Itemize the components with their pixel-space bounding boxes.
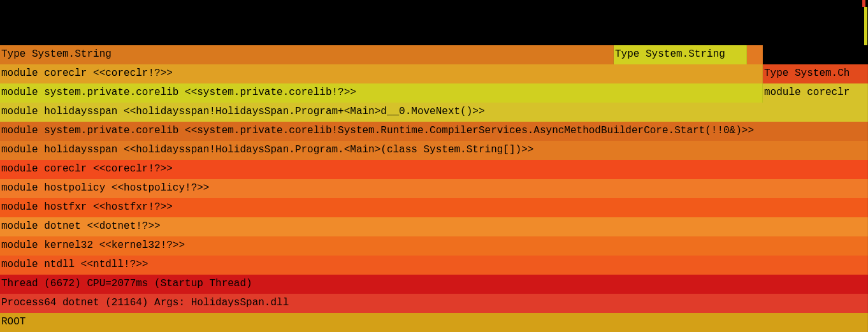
frame-label: Thread (6672) CPU=2077ms (Startup Thread… <box>1 278 252 289</box>
frame-label: Type System.Ch <box>764 68 850 79</box>
frame-dotnet[interactable]: module dotnet <<dotnet!?>> <box>0 217 868 236</box>
frame-root[interactable]: ROOT <box>0 313 868 332</box>
frame-label: module hostfxr <<hostfxr!?>> <box>1 201 173 213</box>
frame-label: ROOT <box>1 316 25 328</box>
frame-label: module coreclr <box>764 87 850 98</box>
frame-top3[interactable] <box>864 26 867 45</box>
frame-label: module coreclr <<coreclr!?>> <box>1 68 173 79</box>
frame-hostfxr[interactable]: module hostfxr <<hostfxr!?>> <box>0 198 868 217</box>
flame-graph: ROOTProcess64 dotnet (21164) Args: Holid… <box>0 0 868 332</box>
frame-label: module holidaysspan <<holidaysspan!Holid… <box>1 144 533 155</box>
frame-label: module kernel32 <<kernel32!?>> <box>1 240 185 251</box>
frame-proc[interactable]: Process64 dotnet (21164) Args: HolidaysS… <box>0 294 868 313</box>
frame-ntdll[interactable]: module ntdll <<ntdll!?>> <box>0 256 868 275</box>
frame-tss1[interactable]: Type System.String <box>0 45 614 64</box>
frame-hostpol[interactable]: module hostpolicy <<hostpolicy!?>> <box>0 179 868 198</box>
frame-top1[interactable] <box>862 0 865 7</box>
frame-tss2[interactable]: Type System.String <box>614 45 747 64</box>
frame-coreclr1[interactable]: module coreclr <<coreclr!?>> <box>0 160 868 179</box>
frame-hsmain[interactable]: module holidaysspan <<holidaysspan!Holid… <box>0 141 868 160</box>
frame-label: module hostpolicy <<hostpolicy!?>> <box>1 182 209 194</box>
frame-label: Type System.String <box>615 48 725 60</box>
frame-typech[interactable]: Type System.Ch <box>763 64 868 83</box>
frame-label: module ntdll <<ntdll!?>> <box>1 259 148 270</box>
frame-label: Process64 dotnet (21164) Args: HolidaysS… <box>1 297 289 308</box>
frame-label: module dotnet <<dotnet!?>> <box>1 220 161 232</box>
frame-label: module holidaysspan <<holidaysspan!Holid… <box>1 106 485 117</box>
frame-coreclr3[interactable]: module coreclr <<coreclr!?>> <box>0 64 763 83</box>
frame-label: module system.private.corelib <<system.p… <box>1 125 754 136</box>
frame-thread[interactable]: Thread (6672) CPU=2077ms (Startup Thread… <box>0 275 868 294</box>
frame-spcstart[interactable]: module system.private.corelib <<system.p… <box>0 122 868 141</box>
frame-coreclr2[interactable]: module coreclr <box>763 83 868 103</box>
frame-label: Type System.String <box>1 48 112 60</box>
frame-label: module coreclr <<coreclr!?>> <box>1 163 173 175</box>
frame-spc2[interactable]: module system.private.corelib <<system.p… <box>0 83 763 103</box>
frame-k32[interactable]: module kernel32 <<kernel32!?>> <box>0 236 868 256</box>
frame-label: module system.private.corelib <<system.p… <box>1 87 356 98</box>
frame-hsmove[interactable]: module holidaysspan <<holidaysspan!Holid… <box>0 103 868 122</box>
frame-top2[interactable] <box>864 7 867 26</box>
frame-tss3[interactable] <box>747 45 763 64</box>
